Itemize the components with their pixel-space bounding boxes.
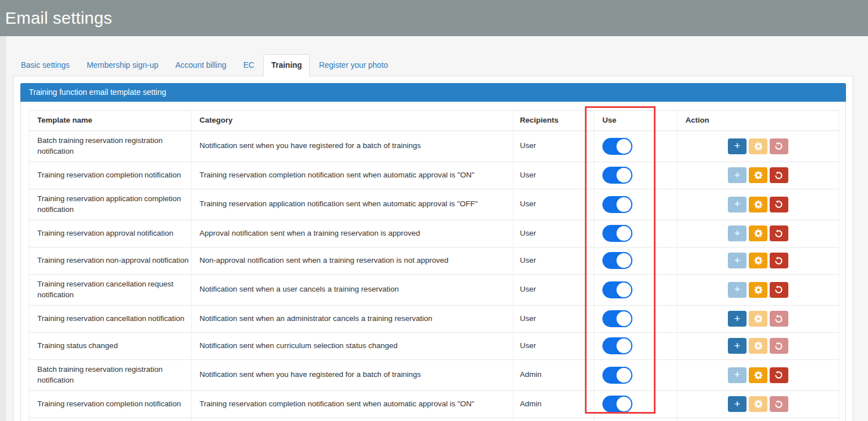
tab-training[interactable]: Training (263, 54, 310, 76)
column-header-recipients: Recipients (514, 111, 594, 131)
recipients-cell: User (514, 274, 594, 305)
use-toggle[interactable] (602, 138, 632, 155)
reset-template-button[interactable] (770, 282, 788, 298)
category-cell: Notification sent when an administrator … (192, 305, 514, 332)
gear-icon (754, 400, 763, 409)
recipients-cell: User (514, 247, 594, 274)
toggle-knob (615, 252, 632, 269)
tab-register-your-photo[interactable]: Register your photo (311, 54, 396, 76)
plus-icon: + (734, 198, 740, 209)
edit-settings-button[interactable] (749, 282, 767, 298)
toggle-knob (615, 396, 632, 413)
template-name-cell: Training reservation completion notifica… (29, 390, 192, 418)
table-row: Batch training reservation registration … (29, 359, 839, 390)
table-row: Training reservation completion notifica… (29, 390, 839, 418)
add-template-button[interactable]: + (728, 253, 747, 268)
add-template-button[interactable]: + (728, 396, 747, 412)
column-header-action: Action (678, 111, 839, 131)
reset-template-button[interactable] (770, 253, 788, 268)
edit-settings-button[interactable] (749, 338, 767, 354)
template-name-cell: Batch training reservation registration … (29, 131, 192, 162)
use-toggle[interactable] (602, 196, 632, 213)
add-template-button[interactable]: + (728, 367, 747, 383)
use-toggle[interactable] (602, 396, 632, 413)
add-template-button[interactable]: + (728, 282, 747, 298)
tab-label: Membership sign-up (86, 60, 158, 70)
toggle-knob (615, 310, 632, 327)
training-panel: Training function email template setting… (20, 83, 846, 421)
reset-template-button[interactable] (770, 367, 788, 383)
gear-icon (754, 314, 763, 323)
tab-content: Training function email template setting… (13, 76, 853, 421)
use-cell (594, 162, 678, 189)
edit-settings-button[interactable] (749, 197, 767, 212)
add-template-button[interactable]: + (728, 197, 747, 212)
table-row: Batch training reservation registration … (29, 131, 839, 162)
action-cell: + (678, 131, 839, 162)
use-toggle[interactable] (602, 281, 632, 298)
template-name-cell: Training status changed (29, 332, 192, 359)
edit-settings-button[interactable] (749, 167, 767, 183)
templates-table: Template nameCategoryRecipientsUseAction… (29, 110, 839, 421)
reset-template-button[interactable] (770, 167, 788, 183)
toggle-knob (615, 225, 632, 242)
edit-settings-button[interactable] (749, 367, 767, 383)
plus-icon: + (734, 313, 740, 324)
reset-template-button[interactable] (770, 396, 788, 412)
tab-membership-sign-up[interactable]: Membership sign-up (79, 54, 166, 76)
plus-icon: + (734, 170, 740, 180)
category-cell: Training reservation application notific… (192, 189, 514, 220)
tab-account-billing[interactable]: Account billing (167, 54, 234, 76)
tab-basic-settings[interactable]: Basic settings (13, 54, 77, 76)
panel-body: Template nameCategoryRecipientsUseAction… (21, 102, 845, 421)
template-name-cell: Training reservation approval notificati… (29, 220, 192, 247)
gear-icon (754, 285, 763, 294)
category-cell: Notification sent when you have register… (192, 359, 514, 390)
add-template-button[interactable]: + (728, 338, 747, 354)
edit-settings-button[interactable] (749, 138, 767, 154)
recipients-cell: User (514, 131, 594, 162)
edit-settings-button[interactable] (749, 396, 767, 412)
add-template-button[interactable]: + (728, 138, 747, 154)
add-template-button[interactable]: + (728, 311, 747, 327)
action-cell: + (678, 274, 839, 305)
tab-label: Account billing (175, 60, 226, 70)
use-cell (594, 189, 678, 220)
use-toggle[interactable] (602, 367, 632, 384)
plus-icon: + (734, 284, 740, 294)
edit-settings-button[interactable] (749, 225, 767, 241)
page-left-margin (0, 36, 6, 421)
reset-template-button[interactable] (770, 197, 788, 212)
recipients-cell: Admin (514, 359, 594, 390)
reset-template-button[interactable] (770, 311, 788, 327)
plus-icon: + (734, 398, 740, 409)
edit-settings-button[interactable] (749, 253, 767, 268)
table-row: Training reservation application complet… (29, 189, 839, 220)
edit-settings-button[interactable] (749, 311, 767, 327)
toggle-knob (615, 337, 632, 354)
action-cell: + (678, 247, 839, 274)
gear-icon (754, 142, 763, 151)
use-toggle[interactable] (602, 252, 632, 269)
use-cell (594, 131, 678, 162)
table-body: Batch training reservation registration … (29, 131, 839, 421)
use-toggle[interactable] (602, 167, 632, 184)
add-template-button[interactable]: + (728, 225, 747, 241)
page-header: Email settings (0, 0, 868, 36)
reset-template-button[interactable] (770, 338, 788, 354)
template-name-cell: Training reservation completion notifica… (29, 162, 192, 189)
undo-icon (774, 171, 784, 180)
use-cell (594, 220, 678, 247)
use-toggle[interactable] (602, 337, 632, 354)
undo-icon (774, 400, 784, 409)
gear-icon (754, 171, 763, 180)
use-toggle[interactable] (602, 310, 632, 327)
add-template-button[interactable]: + (728, 167, 747, 183)
reset-template-button[interactable] (770, 225, 788, 241)
use-toggle[interactable] (602, 225, 632, 242)
use-cell (594, 274, 678, 305)
undo-icon (774, 256, 784, 266)
toggle-knob (615, 196, 632, 213)
reset-template-button[interactable] (770, 138, 788, 154)
tab-ec[interactable]: EC (236, 54, 262, 76)
